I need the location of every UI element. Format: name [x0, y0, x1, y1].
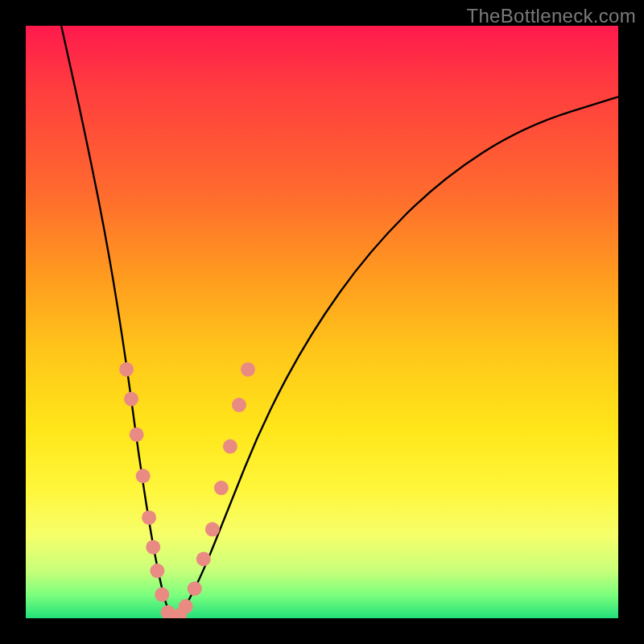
outer-frame: TheBottleneck.com [0, 0, 644, 644]
watermark-text: TheBottleneck.com [466, 5, 636, 27]
data-point-marker [205, 522, 220, 537]
data-point-marker [142, 510, 156, 525]
data-point-marker [136, 469, 151, 483]
data-point-marker [150, 564, 164, 578]
chart-plot-area [26, 26, 618, 618]
data-point-marker [223, 440, 237, 454]
data-point-marker [241, 362, 255, 377]
chart-svg [26, 26, 618, 618]
data-point-marker [130, 427, 144, 442]
data-point-marker [119, 362, 134, 377]
data-point-marker [146, 540, 160, 555]
curve-layer [61, 26, 618, 617]
data-point-marker [124, 392, 138, 407]
data-point-marker [179, 599, 193, 613]
data-point-marker [155, 588, 169, 602]
data-point-marker [232, 398, 246, 412]
data-point-marker [188, 581, 202, 596]
bottleneck-curve [61, 26, 618, 617]
data-point-marker [214, 481, 229, 495]
data-point-marker [196, 551, 211, 566]
